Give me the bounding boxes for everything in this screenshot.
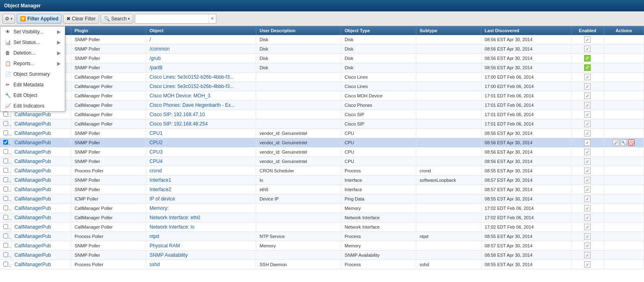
table-row[interactable]: CallManagerPubCallManager PollerMemory:M… [0, 204, 644, 213]
row-object-link[interactable]: Memory: [149, 205, 169, 211]
enabled-indicator[interactable]: ✓ [584, 46, 591, 52]
row-object-link[interactable]: Cisco Phones: Dave Hegenbarth - Ex... [149, 102, 235, 108]
table-row[interactable]: CallManagerPubProcess PollersshdSSH Daem… [0, 260, 644, 269]
search-input[interactable] [135, 14, 209, 23]
row-object-link[interactable]: Interface2 [149, 187, 171, 192]
row-checkbox[interactable] [3, 159, 8, 163]
enabled-indicator[interactable]: ✓ [584, 111, 591, 118]
search-close-button[interactable]: ✕ [209, 14, 216, 23]
table-row[interactable]: CallManagerPubSNMP PollerInterface2eth0I… [0, 185, 644, 194]
enabled-indicator[interactable]: ✓ [584, 177, 591, 183]
row-checkbox[interactable] [3, 205, 8, 210]
row-checkbox[interactable] [3, 215, 8, 220]
enabled-indicator[interactable]: ✓ [584, 167, 591, 174]
row-device-link[interactable]: CallManagerPub [15, 168, 51, 174]
settings-action-icon[interactable]: 🔧 [620, 139, 627, 146]
menu-item-set-visibility[interactable]: 👁 Set Visibility... ▶ [0, 26, 65, 37]
enabled-indicator[interactable]: ✓ [584, 64, 591, 71]
gear-button[interactable]: ⚙ ▾ [2, 14, 15, 24]
row-device-link[interactable]: CallManagerPub [15, 243, 51, 249]
row-device-link[interactable]: CallManagerPub [15, 262, 51, 267]
table-row[interactable]: CallManagerPubSNMP PollerCPU2vendor_id: … [0, 138, 644, 148]
row-object-link[interactable]: Network Interface: lo [149, 224, 194, 230]
row-checkbox[interactable] [3, 252, 8, 257]
menu-item-reports[interactable]: 📋 Reports... ▶ [0, 58, 65, 69]
col-subtype[interactable]: Subtype [416, 26, 481, 35]
table-row[interactable]: CallManagerPubProcess PollerntpdNTP Serv… [0, 232, 644, 241]
menu-item-set-status[interactable]: 📊 Set Status... ▶ [0, 37, 65, 48]
row-device-link[interactable]: CallManagerPub [15, 196, 51, 202]
row-object-link[interactable]: SNMP Availability [149, 252, 188, 258]
enabled-indicator[interactable]: ✓ [584, 130, 591, 137]
menu-item-edit-indicators[interactable]: 📈 Edit Indicators [0, 101, 65, 111]
row-checkbox[interactable] [3, 112, 8, 117]
row-device-link[interactable]: CallManagerPub [15, 215, 51, 220]
row-object-link[interactable]: Cisco MOH Device: MOH_3 [149, 93, 210, 99]
row-object-link[interactable]: CPU4 [149, 159, 163, 164]
table-row[interactable]: CallManager PollerCisco Phones: Dave Heg… [0, 101, 644, 110]
row-checkbox[interactable] [3, 234, 8, 238]
row-object-link[interactable]: /grub [149, 55, 160, 61]
enabled-indicator[interactable]: ✓ [584, 205, 591, 212]
table-row[interactable]: SNMP Poller/grubDiskDisk08:56 EST Apr 30… [0, 54, 644, 63]
enabled-indicator[interactable]: ✓ [584, 149, 591, 155]
row-device-link[interactable]: CallManagerPub [15, 112, 51, 117]
table-row[interactable]: CallManagerPubCallManager PollerNetwork … [0, 223, 644, 232]
row-object-link[interactable]: Interface1 [149, 177, 171, 183]
enabled-indicator[interactable]: ✓ [584, 233, 591, 240]
edit-action-icon[interactable]: 🖊 [613, 139, 619, 146]
row-object-link[interactable]: /common [149, 46, 169, 52]
row-device-link[interactable]: CallManagerPub [15, 130, 51, 136]
row-object-link[interactable]: Cisco SIP: 192.168.47.10 [149, 112, 205, 117]
row-device-link[interactable]: CallManagerPub [15, 187, 51, 192]
row-object-link[interactable]: Cisco Lines: 5e3c0152-b26b-4bbb-f3... [149, 84, 234, 89]
enabled-indicator[interactable]: ✓ [584, 83, 591, 90]
row-device-link[interactable]: CallManagerPub [15, 252, 51, 258]
clear-filter-button[interactable]: ✖ Clear Filter [63, 14, 99, 24]
enabled-indicator[interactable]: ✓ [584, 158, 591, 165]
row-device-link[interactable]: CallManagerPub [15, 205, 51, 211]
row-object-link[interactable]: sshd [149, 262, 160, 267]
row-object-link[interactable]: CPU3 [149, 149, 163, 155]
row-checkbox[interactable] [3, 243, 8, 248]
table-row[interactable]: CallManagerPubProcess PollercrondCRON Sc… [0, 166, 644, 176]
col-discovered[interactable]: Last Discovered [481, 26, 571, 35]
row-checkbox[interactable] [3, 187, 8, 192]
delete-action-icon[interactable]: 🚫 [628, 139, 635, 146]
row-device-link[interactable]: CallManagerPub [15, 121, 51, 127]
enabled-indicator[interactable]: ✓ [584, 252, 591, 258]
row-object-link[interactable]: Cisco Lines: 5e3c0152-b26b-4bbb-f3... [149, 74, 234, 80]
table-row[interactable]: SNMP Poller/DiskDisk08:56 EST Apr 30, 20… [0, 35, 644, 44]
row-device-link[interactable]: CallManagerPub [15, 159, 51, 164]
enabled-indicator[interactable]: ✓ [584, 55, 591, 62]
row-device-link[interactable]: CallManagerPub [15, 234, 51, 239]
row-object-link[interactable]: CPU2 [149, 140, 163, 145]
row-checkbox[interactable] [3, 149, 8, 154]
row-object-link[interactable]: Physical RAM [149, 243, 180, 249]
filter-applied-button[interactable]: 🔽 Filter Applied [17, 14, 62, 24]
col-enabled[interactable]: Enabled [571, 26, 604, 35]
enabled-indicator[interactable]: ✓ [584, 93, 591, 99]
row-checkbox[interactable] [3, 177, 8, 182]
row-object-link[interactable]: crond [149, 168, 162, 174]
enabled-indicator[interactable]: ✓ [584, 102, 591, 108]
row-device-link[interactable]: CallManagerPub [15, 140, 51, 145]
col-plugin[interactable]: Plugin [71, 26, 146, 35]
row-checkbox[interactable] [3, 196, 8, 201]
enabled-indicator[interactable]: ✓ [584, 242, 591, 249]
menu-item-deletion[interactable]: 🗑 Deletion... ▶ [0, 48, 65, 58]
row-object-link[interactable]: /partB [149, 65, 163, 70]
table-row[interactable]: SNMP Poller/partBDiskDisk08:56 EST Apr 3… [0, 63, 644, 73]
enabled-indicator[interactable]: ✓ [584, 121, 591, 127]
table-row[interactable]: CallManagerPubSNMP PollerCPU4vendor_id: … [0, 157, 644, 166]
row-object-link[interactable]: / [149, 37, 151, 42]
enabled-indicator[interactable]: ✓ [584, 74, 591, 80]
row-object-link[interactable]: Network Interface: eth0 [149, 215, 200, 220]
enabled-indicator[interactable]: ✓ [584, 214, 591, 221]
col-objtype[interactable]: Object Type [341, 26, 416, 35]
table-row[interactable]: CallManager PollerCisco Lines: 5e3c0152-… [0, 73, 644, 82]
enabled-indicator[interactable]: ✓ [584, 36, 591, 43]
col-userdesc[interactable]: User Description [256, 26, 341, 35]
row-checkbox[interactable] [3, 168, 8, 173]
row-device-link[interactable]: CallManagerPub [15, 224, 51, 230]
